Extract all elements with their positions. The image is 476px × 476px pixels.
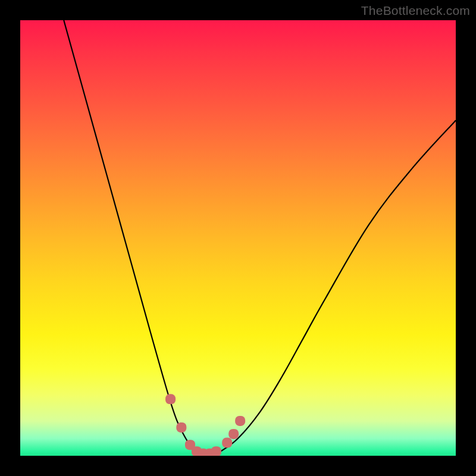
chart-svg (20, 20, 456, 456)
marker-point (235, 416, 245, 426)
marker-point (176, 422, 186, 433)
plot-area (20, 20, 456, 456)
watermark-text: TheBottleneck.com (361, 4, 470, 18)
curve-line (64, 20, 456, 456)
chart-frame: TheBottleneck.com (0, 0, 476, 476)
marker-point (165, 394, 176, 404)
marker-point (228, 429, 239, 439)
optimal-markers (165, 394, 245, 456)
bottleneck-curve (64, 20, 456, 456)
marker-point (222, 438, 232, 448)
marker-point (211, 446, 221, 456)
